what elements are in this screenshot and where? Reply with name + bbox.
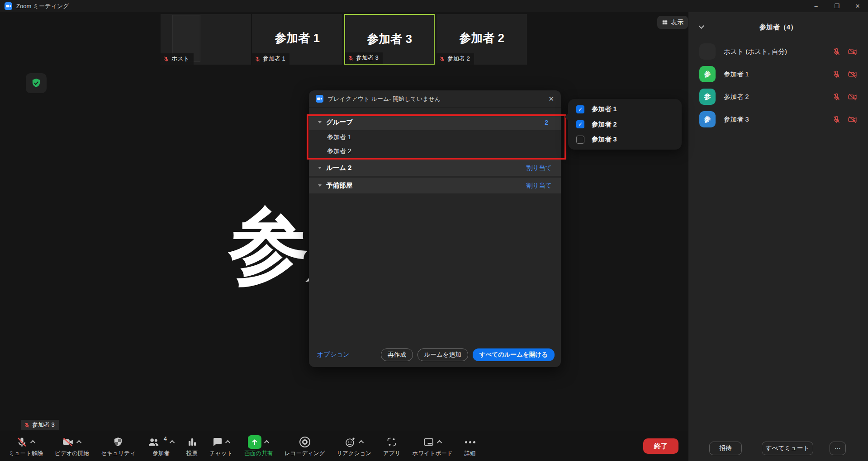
chevron-up-icon[interactable] [30, 440, 35, 445]
add-room-button[interactable]: ルームを追加 [417, 348, 468, 361]
toolbar-label: ホワイトボード [412, 450, 452, 457]
room-member-row[interactable]: 参加者 1 [309, 130, 561, 144]
chevron-up-icon[interactable] [225, 440, 230, 445]
whiteboard-button[interactable]: ホワイトボード [406, 431, 458, 461]
open-all-rooms-button[interactable]: すべてのルームを開ける [473, 348, 555, 361]
checkbox-checked-icon[interactable]: ✓ [576, 105, 584, 113]
mute-all-button[interactable]: すべてミュート [762, 442, 813, 455]
options-link[interactable]: オプション [317, 351, 350, 359]
polls-button[interactable]: 投票 [180, 431, 204, 461]
assign-participant-row[interactable]: ✓ 参加者 2 [576, 120, 674, 129]
participant-name: ホスト (ホスト, 自分) [724, 47, 787, 56]
room-name: ルーム 2 [326, 164, 351, 172]
mic-muted-icon [24, 422, 30, 428]
room-member-count[interactable]: 2 [545, 119, 552, 126]
rooms-list: グループ 2 参加者 1 参加者 2 ルーム 2 割り当て [309, 108, 561, 193]
assign-participant-row[interactable]: 参加者 3 [576, 135, 674, 144]
recording-button[interactable]: レコーディング [279, 431, 331, 461]
collapse-caret-icon [318, 121, 322, 123]
participants-panel-header: 参加者（4） [688, 20, 868, 34]
participants-count: 4 [164, 435, 167, 442]
toolbar-label: チャット [209, 450, 232, 457]
dialog-close-icon[interactable]: ✕ [548, 95, 554, 103]
participant-row-host[interactable]: ホスト (ホスト, 自分) [688, 40, 868, 63]
avatar: 参 [699, 66, 716, 82]
participant-row-3[interactable]: 参 参加者 3 [688, 108, 868, 131]
mic-muted-icon [832, 47, 841, 56]
mic-muted-icon [832, 70, 841, 79]
video-tile-participant1[interactable]: 参加者 1 参加者 1 [252, 14, 342, 65]
video-tile-participant3-active[interactable]: 参加者 3 参加者 3 [344, 14, 435, 65]
video-off-icon [848, 70, 857, 79]
dialog-titlebar: ブレイクアウト ルーム- 開始していません ✕ [309, 90, 561, 108]
panel-more-button[interactable]: ⋯ [830, 442, 846, 455]
video-tile-participant2[interactable]: 参加者 2 参加者 2 [436, 14, 527, 65]
more-button[interactable]: 詳細 [459, 431, 482, 461]
assign-participant-row[interactable]: ✓ 参加者 1 [576, 105, 674, 113]
tile-participant-name: 参加者 2 [447, 55, 470, 63]
window-title: Zoom ミーティング [16, 2, 69, 10]
reactions-button[interactable]: リアクション [331, 431, 377, 461]
zoom-meeting-window: Zoom ミーティング – ❐ ✕ ホスト 参加者 1 参加者 [0, 0, 868, 461]
assign-link[interactable]: 割り当て [526, 182, 552, 190]
smiley-plus-icon [345, 437, 356, 448]
participant-row-2[interactable]: 参 参加者 2 [688, 85, 868, 108]
participant-name: 参加者 3 [724, 115, 749, 124]
member-name: 参加者 2 [327, 147, 351, 155]
room-member-row[interactable]: 参加者 2 [309, 144, 561, 158]
tile-participant-name: 参加者 1 [263, 55, 285, 63]
invite-button[interactable]: 招待 [709, 442, 742, 455]
chevron-up-icon[interactable] [264, 440, 269, 445]
view-button[interactable]: 表示 [657, 16, 688, 29]
toolbar-label: ミュート解除 [9, 450, 43, 457]
start-video-button[interactable]: ビデオの開始 [49, 431, 95, 461]
assign-participant-name: 参加者 1 [592, 105, 617, 113]
tile-big-name: 参加者 1 [252, 30, 342, 46]
room-2-header[interactable]: ルーム 2 割り当て [309, 160, 561, 176]
end-meeting-button[interactable]: 終了 [643, 438, 678, 454]
assign-participant-name: 参加者 2 [592, 120, 617, 129]
video-tile-host[interactable]: ホスト [161, 14, 251, 65]
unmute-button[interactable]: ミュート解除 [3, 431, 49, 461]
chevron-up-icon[interactable] [437, 440, 442, 445]
close-button[interactable]: ✕ [847, 0, 868, 12]
poll-bars-icon [187, 437, 198, 447]
recreate-button[interactable]: 再作成 [381, 348, 413, 361]
maximize-button[interactable]: ❐ [826, 0, 847, 12]
toolbar-label: アプリ [383, 450, 400, 457]
checkbox-unchecked-icon[interactable] [576, 136, 584, 144]
chevron-up-icon[interactable] [170, 440, 175, 445]
chat-button[interactable]: チャット [204, 431, 238, 461]
assign-participants-popup: ✓ 参加者 1 ✓ 参加者 2 参加者 3 [568, 99, 682, 150]
tile-name-label: 参加者 3 [345, 52, 383, 64]
mic-muted-icon [348, 55, 354, 61]
participant-status-icons [832, 92, 857, 102]
participants-button[interactable]: 4 参加者 [142, 431, 180, 461]
mic-muted-icon [255, 56, 261, 62]
share-screen-button[interactable]: 画面の共有 [238, 431, 279, 461]
room-name: グループ [326, 118, 353, 127]
toolbar-label: 画面の共有 [244, 450, 273, 457]
participant-row-1[interactable]: 参 参加者 1 [688, 63, 868, 85]
assign-link[interactable]: 割り当て [526, 164, 552, 172]
chevron-up-icon[interactable] [359, 440, 364, 445]
mic-muted-icon [163, 56, 169, 62]
tile-big-name: 参加者 2 [436, 30, 527, 46]
tile-participant-name: 参加者 3 [356, 54, 379, 62]
mic-muted-icon [832, 93, 841, 101]
participants-list: ホスト (ホスト, 自分) 参 参加者 1 参 参加者 2 [688, 40, 868, 131]
room-group-header[interactable]: グループ 2 [309, 114, 561, 130]
checkbox-checked-icon[interactable]: ✓ [576, 120, 584, 128]
security-button[interactable]: セキュリティ [95, 431, 142, 461]
chevron-up-icon[interactable] [76, 440, 81, 445]
reserve-room-header[interactable]: 予備部屋 割り当て [309, 178, 561, 193]
participants-panel-title: 参加者（4） [688, 20, 868, 34]
member-name: 参加者 1 [327, 133, 351, 141]
collapse-caret-icon [318, 167, 322, 169]
apps-button[interactable]: アプリ [377, 431, 406, 461]
participants-panel: 参加者（4） ホスト (ホスト, 自分) 参 参加者 1 参 [688, 12, 868, 461]
participant-name: 参加者 1 [724, 70, 749, 79]
meeting-info-shield[interactable] [26, 73, 47, 93]
minimize-button[interactable]: – [806, 0, 826, 12]
share-screen-icon [248, 435, 261, 449]
